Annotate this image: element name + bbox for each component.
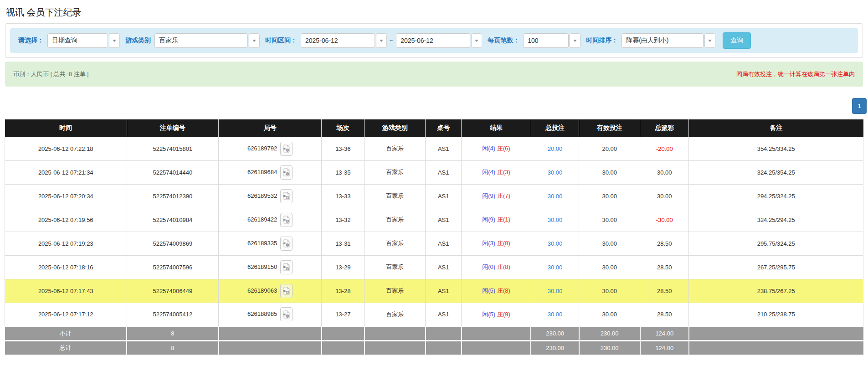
cell-time: 2025-06-12 07:22:18 — [5, 137, 127, 160]
video-replay-button[interactable] — [280, 284, 293, 298]
cell-total-bet: 30.00 — [531, 255, 579, 279]
round-number: 626189063 — [247, 287, 277, 294]
result-player: 闲(4) — [482, 145, 495, 152]
total-bet-link[interactable]: 30.00 — [548, 264, 563, 271]
table-row: 2025-06-12 07:17:12522574005412626188985… — [5, 303, 863, 326]
game-type-dropdown-button[interactable] — [249, 33, 260, 48]
cell-bet-id: 522574010984 — [127, 208, 219, 232]
cell-bet-id: 522574007596 — [127, 255, 219, 279]
chevron-down-icon — [708, 40, 712, 42]
page-number-button[interactable]: 1 — [852, 98, 867, 114]
video-file-icon — [283, 287, 290, 295]
sort-order-label: 时间排序： — [586, 36, 618, 45]
filter-bar: 请选择： 游戏类别 时间区间： ~ 每页笔数： 时间排序： — [10, 28, 858, 53]
date-from-combobox — [301, 33, 387, 48]
date-range-separator: ~ — [390, 37, 393, 44]
col-header-result: 结果 — [462, 119, 531, 137]
cell-total-bet: 30.00 — [531, 232, 579, 255]
table-row: 2025-06-12 07:22:18522574015801626189792… — [5, 137, 863, 160]
select-type-dropdown-button[interactable] — [109, 33, 120, 48]
footer-round-id — [219, 326, 322, 340]
footer-round-id — [219, 340, 322, 355]
video-replay-button[interactable] — [280, 237, 293, 251]
cell-round-id: 626189684 — [219, 160, 322, 184]
date-to-dropdown-button[interactable] — [471, 33, 482, 48]
page-title: 视讯 会员下注纪录 — [6, 6, 863, 19]
result-player: 闲(9) — [482, 192, 495, 199]
col-header-remark: 备注 — [689, 119, 863, 137]
cell-valid-bet: 30.00 — [579, 184, 640, 208]
cell-valid-bet: 30.00 — [579, 232, 640, 255]
result-player: 闲(5) — [482, 311, 495, 318]
cell-table-no: AS1 — [426, 137, 462, 160]
col-header-payout: 总派彩 — [640, 119, 689, 137]
cell-payout: 28.50 — [640, 303, 689, 326]
cell-round-id: 626188985 — [219, 303, 322, 326]
summary-note-text: 同局有效投注，统一计算在该局第一张注单内 — [736, 70, 855, 78]
total-bet-link[interactable]: 30.00 — [548, 169, 563, 176]
cell-bet-id: 522574009869 — [127, 232, 219, 255]
video-replay-button[interactable] — [280, 260, 293, 274]
video-replay-button[interactable] — [280, 189, 293, 203]
video-replay-button[interactable] — [280, 165, 293, 180]
cell-payout: 28.50 — [640, 255, 689, 279]
chevron-down-icon — [113, 40, 116, 42]
footer-payout: 124.00 — [640, 340, 689, 355]
cell-time: 2025-06-12 07:17:43 — [5, 279, 127, 303]
cell-round-id: 626189532 — [219, 184, 322, 208]
select-type-combobox — [47, 33, 120, 48]
cell-total-bet: 30.00 — [531, 279, 579, 303]
sort-order-input[interactable] — [621, 33, 704, 48]
footer-remark — [689, 340, 863, 355]
cell-round-id: 626189063 — [219, 279, 322, 303]
video-replay-button[interactable] — [280, 213, 293, 227]
total-bet-link[interactable]: 30.00 — [548, 288, 563, 294]
footer-count: 8 — [127, 340, 219, 355]
table-row: 2025-06-12 07:17:43522574006449626189063… — [5, 279, 863, 303]
cell-round-id: 626189150 — [219, 255, 322, 279]
round-number: 626189422 — [247, 216, 277, 222]
game-type-input[interactable] — [154, 33, 248, 48]
video-file-icon — [283, 239, 290, 247]
round-number: 626189335 — [247, 239, 277, 246]
search-button[interactable]: 查询 — [723, 32, 751, 49]
total-bet-link[interactable]: 30.00 — [548, 217, 563, 223]
date-to-input[interactable] — [396, 33, 470, 48]
cell-valid-bet: 30.00 — [579, 255, 640, 279]
result-player: 闲(4) — [482, 169, 495, 175]
select-type-input[interactable] — [47, 33, 108, 48]
page-size-dropdown-button[interactable] — [570, 33, 580, 48]
cell-game-type: 百家乐 — [365, 279, 426, 303]
result-player: 闲(0) — [482, 263, 495, 270]
result-banker: 庄(7) — [497, 192, 510, 199]
footer-total-bet: 230.00 — [531, 340, 579, 355]
table-header-row: 时间注单编号局号场次游戏类别桌号结果总投注有效投注总派彩备注 — [5, 119, 863, 137]
page-size-input[interactable] — [523, 33, 569, 48]
summary-currency-text: 币别：人民币 | 总共 :8 注单 | — [13, 70, 89, 78]
col-header-total-bet: 总投注 — [531, 119, 579, 137]
video-replay-button[interactable] — [280, 142, 293, 156]
chevron-down-icon — [475, 40, 478, 42]
video-replay-button[interactable] — [280, 307, 293, 321]
cell-time: 2025-06-12 07:20:34 — [5, 184, 127, 208]
cell-valid-bet: 30.00 — [579, 303, 640, 326]
sort-order-combobox — [621, 33, 715, 48]
cell-round-id: 626189792 — [219, 137, 322, 160]
sort-order-dropdown-button[interactable] — [704, 33, 715, 48]
date-from-dropdown-button[interactable] — [376, 33, 387, 48]
footer-result — [462, 340, 531, 355]
cell-game-type: 百家乐 — [365, 184, 426, 208]
total-bet-link[interactable]: 30.00 — [548, 240, 563, 247]
cell-table-no: AS1 — [426, 208, 462, 232]
total-bet-link[interactable]: 30.00 — [548, 311, 563, 318]
total-bet-link[interactable]: 20.00 — [548, 145, 563, 152]
cell-round-id: 626189422 — [219, 208, 322, 232]
cell-valid-bet: 30.00 — [579, 160, 640, 184]
total-bet-link[interactable]: 30.00 — [548, 193, 563, 200]
date-range-label: 时间区间： — [265, 36, 297, 45]
cell-result: 闲(9)庄(7) — [462, 184, 531, 208]
footer-table-no — [426, 326, 462, 340]
cell-game-type: 百家乐 — [365, 232, 426, 255]
cell-game-type: 百家乐 — [365, 160, 426, 184]
date-from-input[interactable] — [301, 33, 375, 48]
